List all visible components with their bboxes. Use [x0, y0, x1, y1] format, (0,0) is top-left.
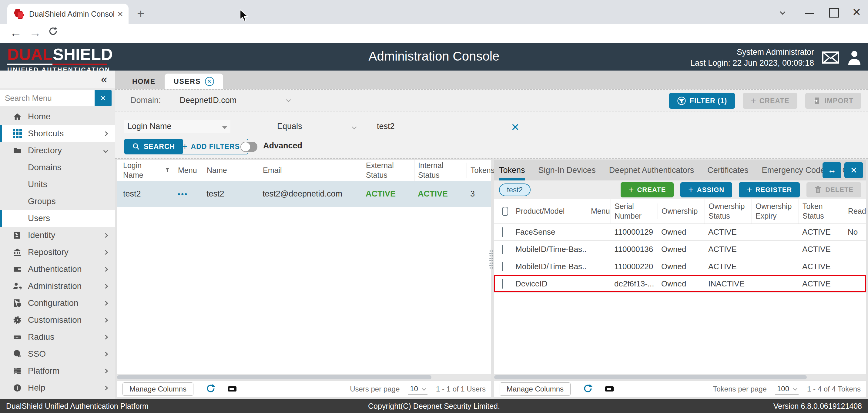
sidebar-item-groups[interactable]: Groups	[0, 193, 115, 210]
users-horizontal-scrollbar[interactable]	[117, 374, 491, 380]
selected-user-chip[interactable]: test2	[499, 183, 531, 196]
col-email[interactable]: Email	[259, 163, 362, 178]
col-menu[interactable]: Menu	[587, 204, 611, 219]
sidebar-item-authentication[interactable]: Authentication	[0, 261, 115, 278]
scrollbar-thumb[interactable]	[494, 375, 807, 379]
window-minimize-button[interactable]	[805, 13, 814, 14]
import-button[interactable]: IMPORT	[805, 93, 861, 109]
sidebar-item-sso[interactable]: SSO	[0, 345, 115, 363]
tokens-per-page-select[interactable]: 100	[775, 383, 799, 394]
manage-columns-button[interactable]: Manage Columns	[123, 382, 193, 396]
delete-token-button[interactable]: DELETE	[806, 182, 861, 198]
sidebar-item-domains[interactable]: Domains	[0, 159, 115, 176]
col-select-all[interactable]	[494, 204, 512, 219]
row-checkbox[interactable]	[502, 245, 503, 254]
collapse-grid-icon[interactable]	[605, 386, 614, 391]
token-row[interactable]: MobileID/Time-Bas... 110000220 Owned ACT…	[494, 258, 866, 275]
tab-close-icon[interactable]: ×	[117, 9, 123, 19]
advanced-toggle[interactable]	[241, 142, 257, 152]
reload-icon[interactable]	[48, 26, 58, 39]
col-product-model[interactable]: Product/Model	[512, 204, 587, 219]
assign-token-button[interactable]: +ASSIGN	[680, 182, 732, 198]
search-clear-button[interactable]: ×	[95, 90, 112, 106]
refresh-icon[interactable]	[206, 383, 216, 395]
sidebar-item-radius[interactable]: Radius	[0, 329, 115, 345]
select-all-checkbox[interactable]	[502, 207, 508, 216]
col-ownership-status[interactable]: Ownership Status	[705, 199, 751, 224]
tab-sign-in-devices[interactable]: Sign-In Devices	[538, 160, 596, 180]
browser-tab[interactable]: DualShield Admin Console ×	[7, 4, 128, 24]
window-close-button[interactable]: ×	[852, 4, 861, 20]
filter-button[interactable]: FILTER (1)	[669, 93, 735, 109]
sidebar-item-customisation[interactable]: Customisation	[0, 312, 115, 329]
panel-resize-handle[interactable]	[489, 250, 494, 269]
scrollbar-thumb[interactable]	[117, 375, 431, 379]
col-name[interactable]: Name	[203, 163, 259, 178]
sidebar-item-help[interactable]: Help	[0, 379, 115, 397]
sidebar-item-home[interactable]: Home	[0, 108, 115, 125]
tab-certificates[interactable]: Certificates	[707, 160, 748, 180]
forward-icon[interactable]: →	[29, 26, 41, 40]
create-token-button[interactable]: +CREATE	[621, 182, 674, 198]
sidebar-item-identity[interactable]: Identity	[0, 227, 115, 244]
collapse-grid-icon[interactable]	[228, 386, 237, 391]
row-checkbox[interactable]	[502, 262, 503, 271]
col-token-status[interactable]: Token Status	[799, 199, 844, 224]
users-per-page-select[interactable]: 10	[408, 383, 428, 394]
refresh-icon[interactable]	[583, 383, 593, 395]
tokens-horizontal-scrollbar[interactable]	[494, 374, 866, 380]
col-tokens[interactable]: Tokens	[467, 163, 498, 178]
token-row[interactable]: MobileID/Time-Bas... 110000136 Owned ACT…	[494, 241, 866, 258]
sidebar-item-shortcuts[interactable]: Shortcuts	[0, 125, 115, 142]
expand-panel-button[interactable]: ↔	[823, 162, 841, 178]
add-filters-button[interactable]: +ADD FILTERS	[174, 139, 248, 154]
tab-emergency-codes[interactable]: Emergency Codes	[762, 160, 829, 180]
filter-operator-select[interactable]: Equals	[274, 120, 359, 133]
row-checkbox[interactable]	[502, 228, 503, 237]
sidebar-item-repository[interactable]: Repository	[0, 244, 115, 261]
close-panel-button[interactable]: ✕	[844, 162, 863, 178]
tab-search-chevron-icon[interactable]	[781, 10, 785, 15]
col-external-status[interactable]: External Status	[362, 158, 414, 183]
sidebar-collapse-icon[interactable]: «	[101, 74, 107, 85]
token-row[interactable]: FaceSense 110000129 Owned ACTIVE ACTIVE …	[494, 223, 866, 241]
domain-select[interactable]: DeepnetID.com	[177, 94, 292, 107]
menu-search-input[interactable]	[0, 90, 95, 106]
sidebar-item-directory[interactable]: Directory	[0, 142, 115, 159]
chevron-right-icon	[103, 385, 108, 390]
row-menu-icon[interactable]: •••	[174, 190, 203, 198]
tab-close-icon[interactable]: ×	[205, 77, 214, 86]
col-menu[interactable]: Menu	[174, 163, 203, 178]
token-row-highlighted[interactable]: DeviceID de2f6f13-... Owned INACTIVE ACT…	[494, 275, 866, 292]
sidebar-item-configuration[interactable]: Configuration	[0, 295, 115, 312]
column-filter-funnel-icon[interactable]	[164, 166, 170, 175]
col-ownership[interactable]: Ownership	[658, 204, 705, 219]
back-icon[interactable]: ←	[10, 26, 22, 40]
per-page-label: Tokens per page	[713, 385, 767, 393]
tab-tokens[interactable]: Tokens	[499, 160, 525, 180]
window-maximize-button[interactable]	[829, 8, 839, 18]
messages-envelope-icon[interactable]	[822, 51, 839, 64]
col-read[interactable]: Read	[844, 204, 868, 219]
filter-clear-icon[interactable]: ✕	[511, 121, 520, 133]
sidebar-item-administration[interactable]: Administration	[0, 278, 115, 295]
tab-home[interactable]: HOME	[123, 74, 165, 89]
col-serial-number[interactable]: Serial Number	[611, 199, 658, 224]
sidebar-item-users[interactable]: Users	[0, 210, 115, 227]
register-token-button[interactable]: +REGISTER	[739, 182, 800, 198]
sidebar-item-units[interactable]: Units	[0, 176, 115, 193]
col-internal-status[interactable]: Internal Status	[414, 158, 467, 183]
create-user-button[interactable]: +CREATE	[743, 93, 797, 109]
account-person-icon[interactable]	[847, 50, 861, 65]
filter-value-input[interactable]	[374, 120, 488, 133]
row-checkbox[interactable]	[502, 279, 503, 288]
tab-users[interactable]: USERS ×	[165, 74, 223, 89]
filter-field-select[interactable]: Login Name	[124, 120, 230, 133]
col-ownership-expiry[interactable]: Ownership Expiry	[751, 199, 799, 224]
sidebar-item-platform[interactable]: Platform	[0, 363, 115, 379]
user-row-selected[interactable]: test2 ••• test2 test2@deepnetid.com ACTI…	[117, 181, 491, 207]
tab-deepnet-authenticators[interactable]: Deepnet Authenticators	[609, 160, 694, 180]
new-tab-button[interactable]: +	[137, 8, 145, 20]
manage-columns-button[interactable]: Manage Columns	[500, 382, 570, 396]
col-login-name[interactable]: Login Name	[120, 158, 174, 183]
